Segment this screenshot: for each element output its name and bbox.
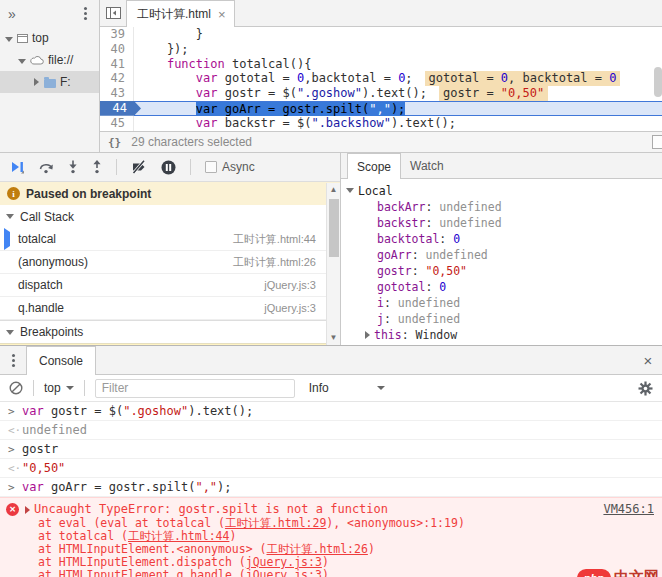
console-drawer: Console × top Info > var gostr = $(".g	[0, 345, 662, 577]
filter-input[interactable]	[95, 379, 295, 398]
frame-function: q.handle	[18, 301, 264, 315]
scroll-up-icon[interactable]: ▲	[330, 183, 338, 197]
scroll-down-icon[interactable]: ▼	[330, 331, 338, 345]
expand-error-icon[interactable]	[25, 506, 30, 514]
php-cn-watermark: php 中文网	[577, 568, 659, 577]
scope-var-row[interactable]: i: undefined	[341, 295, 662, 311]
tab-close-icon[interactable]: ×	[218, 8, 226, 21]
frame-location[interactable]: 工时计算.html:44	[233, 232, 316, 247]
pretty-print-icon[interactable]: {}	[108, 136, 121, 149]
execution-line-marker[interactable]: 44	[100, 101, 141, 116]
editor-scrollbar[interactable]	[654, 67, 662, 97]
tab-scope[interactable]: Scope	[347, 153, 401, 179]
async-toggle[interactable]: Async	[205, 160, 255, 174]
tree-item-file-protocol[interactable]: file://	[0, 49, 99, 71]
scope-var-row[interactable]: j: undefined	[341, 311, 662, 327]
console-error[interactable]: ✕ Uncaught TypeError: gostr.spilt is not…	[0, 497, 662, 577]
debugger-toolbar: Async	[0, 153, 340, 182]
scope-var-row[interactable]: gostr: "0,50"	[341, 263, 662, 279]
editor-tab-active[interactable]: 工时计算.html ×	[126, 0, 235, 27]
console-log[interactable]: > var gostr = $(".goshow").text(); <· un…	[0, 402, 662, 577]
call-stack-row[interactable]: totalcal 工时计算.html:44	[0, 228, 340, 251]
scope-var-row[interactable]: gototal: 0	[341, 279, 662, 295]
resume-script-icon[interactable]	[10, 160, 25, 174]
frame-location[interactable]: 工时计算.html:26	[233, 255, 316, 270]
toolbar-separator	[33, 380, 34, 396]
scope-var-row-this[interactable]: this: Window	[341, 327, 662, 343]
scope-var-row[interactable]: backArr: undefined	[341, 199, 662, 215]
scope-var-row[interactable]: backtotal: 0	[341, 231, 662, 247]
expander-icon[interactable]	[4, 31, 14, 45]
call-stack-header[interactable]: Call Stack	[0, 205, 340, 228]
code-viewport[interactable]: 39 } 40 }); 41 function totalcal(){ 42 v…	[100, 27, 662, 131]
console-command[interactable]: > var gostr = $(".goshow").text();	[0, 402, 662, 421]
close-drawer-icon[interactable]: ×	[634, 346, 662, 374]
line-number[interactable]: 45	[100, 116, 134, 131]
console-result[interactable]: <· undefined	[0, 421, 662, 440]
console-menu-icon[interactable]	[0, 346, 26, 374]
call-stack-row[interactable]: dispatch jQuery.js:3	[0, 274, 340, 297]
deactivate-breakpoints-icon[interactable]	[131, 160, 147, 174]
async-label: Async	[222, 160, 255, 174]
expander-icon[interactable]	[365, 331, 370, 339]
tree-item-drive-f[interactable]: F:	[0, 71, 99, 93]
frame-location[interactable]: jQuery.js:3	[264, 302, 316, 314]
context-label: top	[44, 381, 61, 395]
scope-var-row[interactable]: backstr: undefined	[341, 215, 662, 231]
navigator-menu-icon[interactable]	[84, 12, 87, 15]
prompt-icon: >	[8, 402, 22, 421]
console-command[interactable]: > var goArr = gostr.spilt(",");	[0, 478, 662, 497]
error-source-link[interactable]: VM456:1	[603, 502, 654, 517]
statusbar-corner-icon[interactable]	[652, 135, 662, 149]
code-line: 39 }	[100, 27, 662, 42]
execution-line: var goArr = gostr.spilt(",");	[134, 101, 662, 116]
step-out-icon[interactable]	[92, 160, 102, 174]
debugger-section: Async i Paused on breakpoint Call Stack …	[0, 152, 662, 345]
tree-item-top[interactable]: top	[0, 27, 99, 49]
line-number[interactable]: 42	[100, 71, 134, 86]
expander-icon[interactable]	[17, 53, 27, 67]
breakpoint-entry-partial[interactable]	[0, 343, 340, 345]
console-command[interactable]: > gostr	[0, 440, 662, 459]
toggle-navigator-icon[interactable]	[100, 0, 126, 26]
breakpoints-header[interactable]: Breakpoints	[0, 320, 340, 343]
scope-local-section[interactable]: Local	[341, 182, 662, 199]
sources-panel: » top file://	[0, 0, 662, 152]
tab-watch[interactable]: Watch	[401, 153, 453, 178]
more-tabs-icon[interactable]: »	[8, 6, 16, 22]
async-checkbox[interactable]	[205, 161, 217, 173]
scope-var-value: undefined	[439, 200, 501, 214]
frame-location[interactable]: jQuery.js:3	[264, 279, 316, 291]
scrollbar-thumb[interactable]	[329, 199, 339, 257]
scope-var-row[interactable]: goArr: undefined	[341, 247, 662, 263]
prompt-icon: >	[8, 478, 22, 497]
call-stack-row[interactable]: (anonymous) 工时计算.html:26	[0, 251, 340, 274]
line-number[interactable]: 41	[100, 57, 134, 72]
stack-frame[interactable]: at HTMLInputElement.q.handle (jQuery.js:…	[6, 569, 654, 577]
call-stack-row[interactable]: q.handle jQuery.js:3	[0, 297, 340, 320]
step-over-icon[interactable]	[39, 161, 54, 174]
selection-status: 29 characters selected	[131, 135, 252, 149]
frame-icon	[17, 34, 28, 43]
context-selector[interactable]: top	[44, 381, 74, 395]
step-into-icon[interactable]	[68, 160, 78, 174]
log-level-label[interactable]: Info	[309, 381, 329, 395]
tree-label: top	[32, 31, 49, 45]
line-number[interactable]: 40	[100, 42, 134, 57]
folder-icon	[44, 77, 56, 88]
clear-console-icon[interactable]	[9, 381, 23, 395]
php-logo: php	[577, 569, 611, 577]
settings-gear-icon[interactable]	[638, 381, 653, 396]
log-level-chevron-icon[interactable]	[377, 386, 385, 390]
tab-console[interactable]: Console	[26, 346, 96, 375]
pause-on-exceptions-icon[interactable]	[161, 160, 176, 175]
console-result[interactable]: <· "0,50"	[0, 459, 662, 478]
expander-icon[interactable]	[31, 75, 41, 89]
code-text: var gostr = $(".goshow").text();	[134, 86, 427, 101]
line-number[interactable]: 39	[100, 27, 134, 42]
toolbar-separator	[116, 159, 117, 175]
line-number[interactable]: 43	[100, 86, 134, 101]
sidebar-scrollbar[interactable]: ▲ ▼	[326, 183, 340, 345]
frame-function: (anonymous)	[18, 255, 233, 269]
scope-var-value: undefined	[439, 216, 501, 230]
